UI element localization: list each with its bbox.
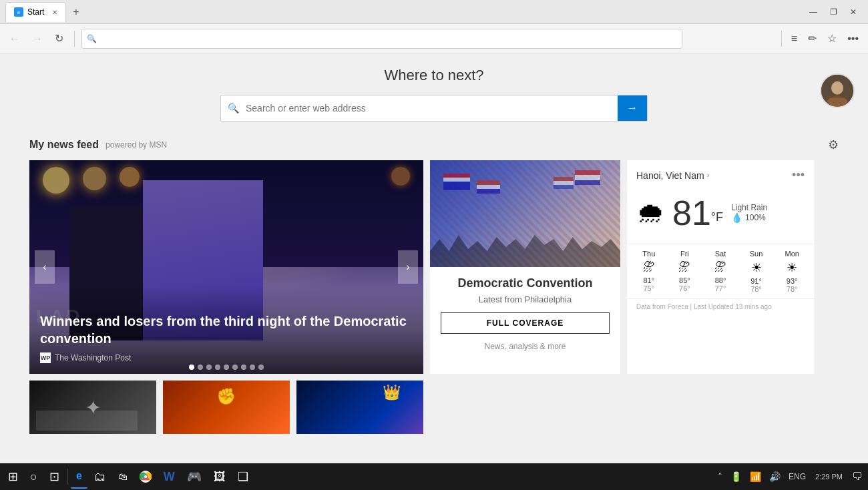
rain-icon: 💧 — [731, 212, 742, 223]
dot-2[interactable] — [198, 364, 203, 370]
dot-5[interactable] — [224, 364, 229, 370]
browser-titlebar: e Start ✕ + — ❐ ✕ — [0, 0, 868, 24]
news-header: My news feed powered by MSN ⚙ — [29, 138, 839, 152]
forecast-day-name-4: Mon — [775, 250, 809, 258]
light3 — [120, 167, 140, 187]
dot-8[interactable] — [250, 364, 255, 370]
article-headline: Winners and losers from the third night … — [40, 312, 413, 347]
file-explorer-button[interactable]: 🗂 — [89, 465, 112, 489]
forecast-hi-0: 81° — [632, 276, 666, 284]
search-box-icon: 🔍 — [221, 103, 246, 113]
weather-current: 🌧 81°F Light Rain 💧 100% — [627, 188, 814, 244]
new-tab-button[interactable]: + — [69, 5, 83, 19]
system-tray: ˄ 🔋 📶 🔊 ENG 2:29 PM 🗨 — [715, 471, 865, 483]
card2-img: ✊ — [163, 381, 290, 434]
source-name: The Washington Post — [55, 353, 131, 362]
news-settings-icon[interactable]: ⚙ — [828, 138, 839, 152]
refresh-button[interactable]: ↻ — [51, 29, 67, 47]
maximize-button[interactable]: ❐ — [824, 4, 843, 20]
weather-more-icon[interactable]: ••• — [792, 168, 805, 182]
forecast-day-0: Thu ⛈ 81° 75° — [632, 250, 666, 293]
nav-sep — [74, 31, 75, 47]
bottom-card-3[interactable]: 👑 — [296, 381, 423, 434]
weather-temp: 81 — [672, 194, 711, 232]
article-source: WP The Washington Post — [40, 352, 413, 363]
taskbar: ⊞ ○ ⊡ e 🗂 🛍 W 🎮 🖼 ❑ ˄ 🔋 📶 🔊 ENG 2:29 PM … — [0, 463, 868, 490]
apps-button[interactable]: ❑ — [232, 465, 254, 489]
tab-favicon: e — [14, 7, 23, 17]
chrome-button[interactable] — [134, 465, 157, 489]
search-box-wrap: 🔍 → — [220, 95, 648, 121]
weather-unit: °F — [711, 210, 723, 224]
weather-location[interactable]: Hanoi, Viet Nam › — [636, 170, 709, 181]
word-button[interactable]: W — [158, 465, 180, 489]
search-submit-button[interactable]: → — [618, 95, 647, 121]
network-icon[interactable]: 📶 — [747, 471, 764, 482]
weather-description: Light Rain — [731, 203, 767, 212]
address-bar-container: 🔍 — [81, 29, 682, 49]
tray-clock[interactable]: 2:29 PM — [811, 472, 847, 481]
dem-card-title: Democratic Convention — [441, 276, 610, 290]
address-bar[interactable] — [81, 29, 682, 49]
start-button[interactable]: ⊞ — [3, 465, 23, 489]
cortana-button[interactable]: ○ — [25, 465, 43, 489]
dot-4[interactable] — [215, 364, 220, 370]
dot-3[interactable] — [206, 364, 212, 370]
task-view-button[interactable]: ⊡ — [44, 465, 65, 489]
language-indicator[interactable]: ENG — [786, 472, 809, 481]
news-grid: LAD Winners and losers from the third ni… — [29, 160, 839, 374]
svg-point-1 — [831, 81, 843, 95]
forecast-icon-2: ⛈ — [704, 260, 737, 274]
back-button[interactable]: ← — [5, 30, 24, 47]
bottom-card-2[interactable]: ✊ — [163, 381, 290, 434]
weather-temp-group: 81°F — [672, 193, 723, 233]
dem-full-coverage-button[interactable]: FULL COVERAGE — [441, 312, 610, 334]
dot-1[interactable] — [189, 364, 194, 370]
source-logo: WP — [40, 352, 51, 363]
tab-start[interactable]: e Start ✕ — [5, 2, 66, 22]
tab-label: Start — [27, 7, 44, 17]
store-button[interactable]: 🛍 — [113, 465, 133, 489]
forecast-day-4: Mon ☀ 93° 78° — [775, 250, 809, 293]
weather-forecast: Thu ⛈ 81° 75° Fri ⛈ 85° 76° Sat ⛈ 88° 77… — [627, 244, 814, 298]
minimize-button[interactable]: — — [804, 4, 823, 20]
light1 — [43, 167, 69, 194]
user-avatar[interactable] — [820, 73, 855, 108]
search-input[interactable] — [246, 95, 618, 121]
dot-7[interactable] — [241, 364, 246, 370]
forecast-hi-2: 88° — [704, 276, 737, 284]
forecast-day-2: Sat ⛈ 88° 77° — [704, 250, 737, 293]
more-button[interactable]: ••• — [843, 30, 863, 47]
dot-indicators — [189, 364, 264, 370]
toolbar-icons: ≡ ✏ ☆ ••• — [779, 29, 863, 47]
photos-button[interactable]: 🖼 — [208, 465, 231, 489]
taskbar-sep-1 — [67, 469, 68, 485]
forecast-icon-4: ☀ — [775, 260, 809, 275]
hub-button[interactable]: ≡ — [787, 30, 801, 47]
forward-button[interactable]: → — [28, 30, 47, 47]
close-button[interactable]: ✕ — [844, 4, 863, 20]
gaming-button[interactable]: 🎮 — [182, 465, 207, 489]
forecast-day-1: Fri ⛈ 85° 76° — [668, 250, 702, 293]
dot-9[interactable] — [258, 364, 264, 370]
forecast-lo-0: 75° — [632, 284, 666, 292]
volume-icon[interactable]: 🔊 — [767, 471, 783, 482]
next-arrow[interactable]: › — [398, 250, 418, 284]
search-title: Where to next? — [0, 67, 868, 84]
notes-button[interactable]: ✏ — [804, 29, 821, 47]
forecast-lo-4: 78° — [775, 285, 809, 293]
forecast-day-name-0: Thu — [632, 250, 666, 258]
notification-center-icon[interactable]: 🗨 — [849, 471, 865, 483]
dem-convention-card[interactable]: Democratic Convention Latest from Philad… — [430, 160, 620, 374]
edge-button[interactable]: e — [71, 465, 87, 489]
favorites-button[interactable]: ☆ — [823, 29, 841, 47]
featured-article[interactable]: LAD Winners and losers from the third ni… — [29, 160, 423, 374]
dot-6[interactable] — [232, 364, 238, 370]
bottom-card-1[interactable] — [29, 381, 156, 434]
light2 — [83, 167, 106, 190]
prev-arrow[interactable]: ‹ — [35, 250, 55, 284]
dem-card-subtitle: Latest from Philadelphia — [441, 294, 610, 304]
tray-chevron[interactable]: ˄ — [715, 471, 725, 482]
tab-close-btn[interactable]: ✕ — [52, 9, 57, 16]
news-powered-by: powered by MSN — [105, 140, 167, 150]
